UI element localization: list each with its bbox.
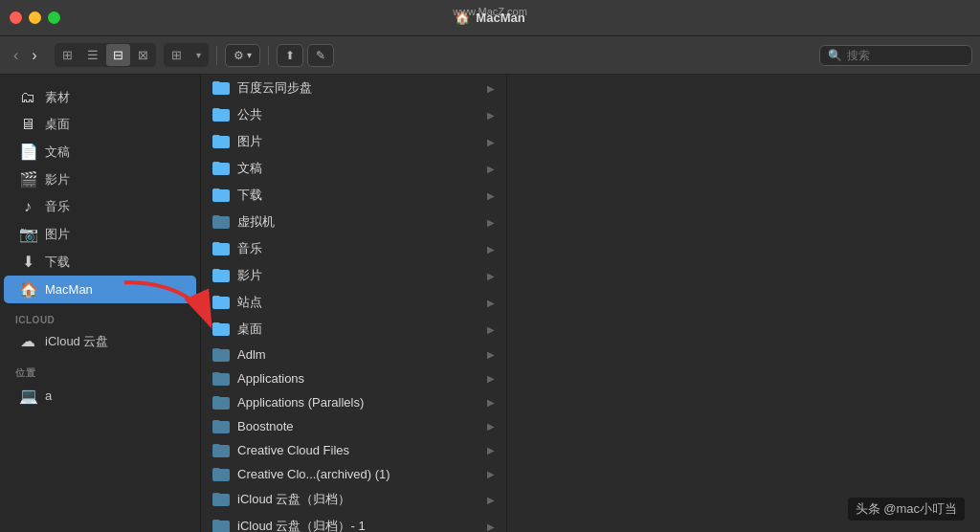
minimize-button[interactable] (29, 11, 41, 24)
list-item[interactable]: 虚拟机▶ (201, 209, 506, 235)
icloud-icon: ☁ (19, 332, 36, 350)
list-item[interactable]: Applications▶ (201, 366, 506, 390)
sidebar-section-icloud: iCloud (0, 311, 200, 327)
list-item[interactable]: Creative Clo...(archived) (1)▶ (201, 462, 506, 486)
list-item[interactable]: 桌面▶ (201, 316, 506, 343)
chevron-right-icon: ▶ (487, 217, 495, 228)
chevron-right-icon: ▶ (487, 397, 495, 408)
file-name: 百度云同步盘 (237, 79, 479, 97)
sidebar-item-a[interactable]: 💻 a (4, 382, 196, 410)
sidebar-item-movies[interactable]: 🎬 影片 (4, 166, 196, 193)
chevron-right-icon: ▶ (487, 521, 495, 532)
share-button[interactable]: ⬆ (277, 44, 303, 67)
folder-icon (212, 493, 230, 506)
sidebar-item-label: a (45, 388, 52, 403)
computer-icon: 💻 (19, 387, 36, 405)
sidebar-item-label: 桌面 (45, 116, 70, 133)
folder-icon (212, 135, 230, 148)
chevron-right-icon: ▶ (487, 421, 495, 432)
list-item[interactable]: iCloud 云盘（归档）- 1▶ (201, 513, 506, 532)
separator-1 (216, 46, 217, 65)
folder-icon (212, 372, 230, 386)
file-column: 百度云同步盘▶公共▶图片▶文稿▶下载▶虚拟机▶音乐▶影片▶站点▶桌面▶Adlm▶… (201, 75, 507, 532)
file-name: Creative Cloud Files (237, 443, 479, 457)
folder-icon (212, 420, 230, 433)
sidebar-item-icloud[interactable]: ☁ iCloud 云盘 (4, 327, 196, 355)
search-input[interactable] (847, 49, 962, 62)
sidebar-item-label: 音乐 (45, 198, 70, 215)
edit-button[interactable]: ✎ (307, 44, 334, 67)
forward-button[interactable]: › (26, 44, 42, 67)
materials-icon: 🗂 (19, 89, 36, 106)
sidebar: 🗂 素材 🖥 桌面 📄 文稿 🎬 影片 ♪ 音乐 📷 图片 ⬇ 下载 🏠 (0, 75, 201, 532)
sidebar-item-downloads[interactable]: ⬇ 下载 (4, 248, 196, 276)
chevron-right-icon: ▶ (487, 244, 495, 255)
list-view-button[interactable]: ☰ (80, 44, 105, 66)
chevron-right-icon: ▶ (487, 495, 495, 505)
sidebar-item-documents[interactable]: 📄 文稿 (4, 138, 196, 166)
nav-buttons: ‹ › (8, 44, 43, 67)
list-item[interactable]: iCloud 云盘（归档）▶ (201, 486, 506, 513)
file-name: Boostnote (237, 419, 479, 433)
music-icon: ♪ (19, 198, 36, 215)
sidebar-item-label: 素材 (45, 89, 70, 106)
sidebar-item-label: 文稿 (45, 144, 70, 161)
cover-view-button[interactable]: ⊠ (131, 44, 155, 66)
list-item[interactable]: 公共▶ (201, 101, 506, 128)
folder-icon (212, 296, 230, 309)
macman-icon: 🏠 (19, 280, 36, 299)
sidebar-item-label: iCloud 云盘 (45, 333, 108, 350)
back-button[interactable]: ‹ (8, 44, 24, 67)
list-item[interactable]: Boostnote▶ (201, 414, 506, 438)
file-name: 音乐 (237, 240, 479, 257)
list-item[interactable]: Applications (Parallels)▶ (201, 390, 506, 414)
sidebar-item-desktop[interactable]: 🖥 桌面 (4, 111, 196, 138)
view-group: ⊞ ☰ ⊟ ⊠ (55, 43, 156, 67)
list-item[interactable]: 站点▶ (201, 289, 506, 316)
chevron-right-icon: ▶ (487, 298, 495, 308)
list-item[interactable]: 文稿▶ (201, 155, 506, 182)
file-name: 影片 (237, 267, 479, 284)
close-button[interactable] (10, 11, 22, 24)
folder-icon (212, 444, 230, 457)
chevron-right-icon: ▶ (487, 164, 495, 174)
chevron-right-icon: ▶ (487, 137, 495, 147)
search-icon: 🔍 (828, 49, 842, 62)
column-view-button[interactable]: ⊟ (106, 44, 130, 66)
file-name: 下载 (237, 187, 479, 204)
file-name: Adlm (237, 347, 479, 362)
right-panel (507, 75, 980, 532)
gallery-view-button[interactable]: ⊞ (165, 44, 189, 66)
sidebar-item-music[interactable]: ♪ 音乐 (4, 193, 196, 220)
icon-view-button[interactable]: ⊞ (56, 44, 79, 66)
file-name: 图片 (237, 133, 479, 150)
folder-icon (212, 108, 230, 122)
toolbar: ‹ › ⊞ ☰ ⊟ ⊠ ⊞ ▾ ⚙ ▾ ⬆ ✎ 🔍 (0, 36, 980, 75)
gallery-dropdown-button[interactable]: ▾ (189, 46, 208, 64)
file-name: Applications (Parallels) (237, 395, 479, 410)
sidebar-item-label: 下载 (45, 254, 70, 271)
chevron-right-icon: ▶ (487, 469, 495, 479)
gear-button[interactable]: ⚙ ▾ (225, 44, 260, 67)
list-item[interactable]: 百度云同步盘▶ (201, 75, 506, 101)
chevron-right-icon: ▶ (487, 324, 495, 335)
list-item[interactable]: 图片▶ (201, 128, 506, 155)
list-item[interactable]: 下载▶ (201, 182, 506, 209)
list-item[interactable]: Adlm▶ (201, 343, 506, 366)
chevron-right-icon: ▶ (487, 110, 495, 121)
list-item[interactable]: Creative Cloud Files▶ (201, 438, 506, 462)
sidebar-item-macman[interactable]: 🏠 MacMan (4, 276, 196, 303)
list-item[interactable]: 音乐▶ (201, 235, 506, 262)
top-watermark: www.MacZ.com (453, 6, 527, 17)
edit-icon: ✎ (316, 49, 325, 62)
sidebar-item-materials[interactable]: 🗂 素材 (4, 84, 196, 111)
file-name: 站点 (237, 294, 479, 311)
sidebar-item-pictures[interactable]: 📷 图片 (4, 220, 196, 248)
search-box[interactable]: 🔍 (819, 45, 972, 66)
maximize-button[interactable] (48, 11, 60, 24)
sidebar-section-locations: 位置 (0, 363, 200, 382)
file-name: 文稿 (237, 160, 479, 177)
folder-icon (212, 188, 230, 202)
file-name: 虚拟机 (237, 213, 479, 231)
list-item[interactable]: 影片▶ (201, 262, 506, 289)
